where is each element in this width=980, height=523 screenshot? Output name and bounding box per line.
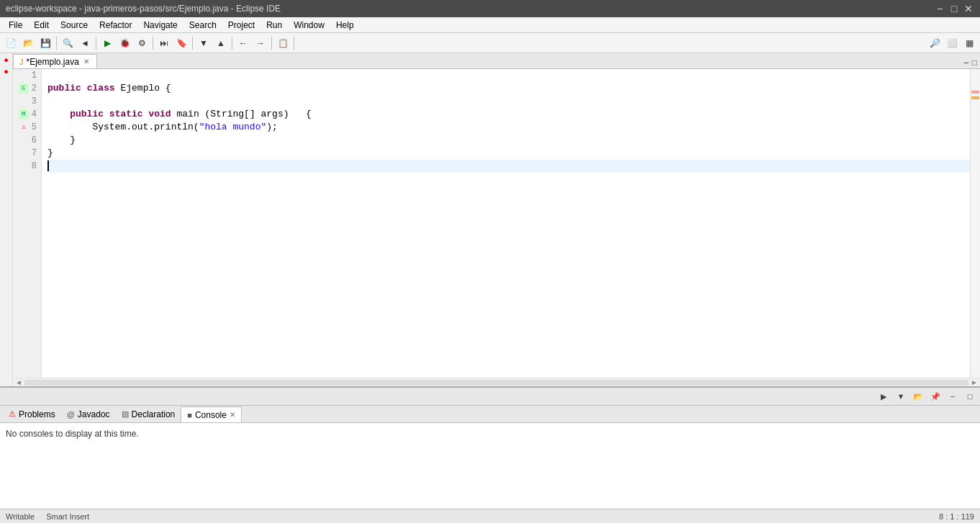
toolbar-open-type-button[interactable]: 📋 <box>275 35 291 51</box>
toolbar-save-button[interactable]: 💾 <box>37 35 53 51</box>
toolbar-open-button[interactable]: 📂 <box>20 35 36 51</box>
status-insert-mode: Smart Insert <box>46 512 89 521</box>
editor-maximize-button[interactable]: □ <box>972 58 977 68</box>
toolbar-prev-annotation-button[interactable]: ▲ <box>213 35 229 51</box>
status-position: 8 : 1 : 119 <box>939 512 974 521</box>
panel-minimize-button[interactable]: − <box>945 389 960 404</box>
code-line-8: ​ <box>47 160 970 173</box>
editor-area: J *Ejemplo.java ✕ − □ 1 <box>13 53 980 386</box>
tab-problems[interactable]: ⚠ Problems <box>3 406 61 422</box>
toolbar-search-global-button[interactable]: 🔎 <box>927 35 943 51</box>
toolbar-sep-4 <box>192 37 193 50</box>
title-bar: eclipse-workspace - java-primeros-pasos/… <box>0 0 980 17</box>
line-num-7: 7 <box>17 147 37 160</box>
toolbar-run-button[interactable]: ▶ <box>99 35 115 51</box>
toolbar-sep-3 <box>153 37 153 50</box>
line-6-icon <box>19 135 29 145</box>
maximize-button[interactable]: □ <box>948 3 960 14</box>
toolbar-debug-button[interactable]: 🐞 <box>117 35 132 51</box>
code-hscroll[interactable]: ◄ ► <box>13 378 980 386</box>
tab-problems-label: Problems <box>19 409 55 419</box>
close-button[interactable]: ✕ <box>963 3 974 14</box>
line-num-5: ⚠ 5 <box>17 121 37 134</box>
line-num-2: C 2 <box>17 82 37 95</box>
toolbar-prev-edit-button[interactable]: ◄ <box>77 35 93 51</box>
menu-search[interactable]: Search <box>183 19 222 32</box>
toolbar-sep-5 <box>232 37 232 50</box>
title-bar-controls: − □ ✕ <box>934 3 974 14</box>
menu-file[interactable]: File <box>3 19 28 32</box>
tab-console[interactable]: ■ Console ✕ <box>181 406 242 422</box>
toolbar-forward-button[interactable]: → <box>253 35 268 51</box>
status-writable: Writable <box>6 512 35 521</box>
console-new-button[interactable]: ▶ <box>876 389 891 404</box>
menu-run[interactable]: Run <box>260 19 288 32</box>
toolbar-skip-all-breakpoints-button[interactable]: ⏭ <box>156 35 172 51</box>
line-3-icon <box>19 96 29 106</box>
toolbar-sep-6 <box>271 37 272 50</box>
console-open-button[interactable]: 📂 <box>911 389 925 404</box>
hscroll-left-button[interactable]: ◄ <box>13 378 24 386</box>
menu-edit[interactable]: Edit <box>28 19 55 32</box>
code-line-6: } <box>47 134 970 147</box>
toolbar-add-bookmark-button[interactable]: 🔖 <box>173 35 189 51</box>
menu-window[interactable]: Window <box>288 19 330 32</box>
left-icon-2: ● <box>1 66 12 76</box>
toolbar-sep-1 <box>56 37 57 50</box>
tab-bar: J *Ejemplo.java ✕ − □ <box>13 53 980 69</box>
line-num-3: 3 <box>17 95 37 108</box>
javadoc-icon: @ <box>67 410 75 419</box>
line-5-warning-icon: ⚠ <box>19 122 29 132</box>
toolbar-maximize-button[interactable]: ⬜ <box>944 35 960 51</box>
toolbar-new-button[interactable]: 📄 <box>3 35 19 51</box>
console-icon: ■ <box>187 411 192 419</box>
tab-javadoc[interactable]: @ Javadoc <box>61 406 116 422</box>
left-icon-1: ● <box>1 55 12 65</box>
toolbar-sep-7 <box>294 37 294 50</box>
panel-maximize-button[interactable]: □ <box>963 389 977 404</box>
line-7-icon <box>19 148 29 158</box>
right-gutter <box>970 69 980 378</box>
toolbar-search-ref-button[interactable]: 🔍 <box>60 35 76 51</box>
editor-tab-ejemplo[interactable]: J *Ejemplo.java ✕ <box>13 54 97 68</box>
tab-declaration-label: Declaration <box>132 409 176 419</box>
code-editor[interactable]: 1 C 2 3 M 4 <box>13 69 980 378</box>
line-num-4: M 4 <box>17 108 37 121</box>
left-icon-bar: ● ● <box>0 53 13 386</box>
tab-declaration[interactable]: ▤ Declaration <box>116 406 181 422</box>
menu-source[interactable]: Source <box>55 19 94 32</box>
title-text: eclipse-workspace - java-primeros-pasos/… <box>6 4 281 14</box>
toolbar-next-annotation-button[interactable]: ▼ <box>196 35 212 51</box>
hscroll-track[interactable] <box>24 380 968 386</box>
console-display-button[interactable]: ▼ <box>894 389 908 404</box>
bottom-panel: ▶ ▼ 📂 📌 − □ ⚠ Problems @ Javadoc ▤ Decla… <box>0 386 980 509</box>
code-lines[interactable]: public class Ejemplo { public static voi… <box>42 69 970 378</box>
tab-close-button[interactable]: ✕ <box>82 58 91 66</box>
menu-navigate[interactable]: Navigate <box>137 19 183 32</box>
toolbar: 📄 📂 💾 🔍 ◄ ▶ 🐞 ⚙ ⏭ 🔖 ▼ ▲ ← → 📋 🔎 ⬜ ▦ <box>0 33 980 53</box>
minimize-button[interactable]: − <box>934 3 945 14</box>
menu-help[interactable]: Help <box>330 19 360 32</box>
editor-minimize-button[interactable]: − <box>963 57 969 68</box>
toolbar-sep-2 <box>96 37 96 50</box>
status-bar: Writable Smart Insert 8 : 1 : 119 <box>0 509 980 523</box>
menu-refactor[interactable]: Refactor <box>94 19 137 32</box>
code-line-4: public static void main (String[] args) … <box>47 108 970 121</box>
code-line-7: } <box>47 147 970 160</box>
toolbar-external-tools-button[interactable]: ⚙ <box>134 35 150 51</box>
main-area: ● ● J *Ejemplo.java ✕ − □ <box>0 53 980 386</box>
bottom-toolbar: ▶ ▼ 📂 📌 − □ <box>0 388 980 406</box>
code-line-5: System.out.println("hola mundo"); <box>47 121 970 134</box>
tab-label: *Ejemplo.java <box>27 57 79 67</box>
toolbar-perspectives-button[interactable]: ▦ <box>961 35 977 51</box>
gutter-mark-2 <box>971 96 979 99</box>
line-num-6: 6 <box>17 134 37 147</box>
code-line-2: public class Ejemplo { <box>47 82 970 95</box>
menu-project[interactable]: Project <box>222 19 260 32</box>
console-tab-close-button[interactable]: ✕ <box>230 411 235 419</box>
tab-javadoc-label: Javadoc <box>78 409 110 419</box>
toolbar-back-button[interactable]: ← <box>235 35 251 51</box>
code-line-3 <box>47 95 970 108</box>
hscroll-right-button[interactable]: ► <box>968 378 980 386</box>
console-pin-button[interactable]: 📌 <box>928 389 943 404</box>
